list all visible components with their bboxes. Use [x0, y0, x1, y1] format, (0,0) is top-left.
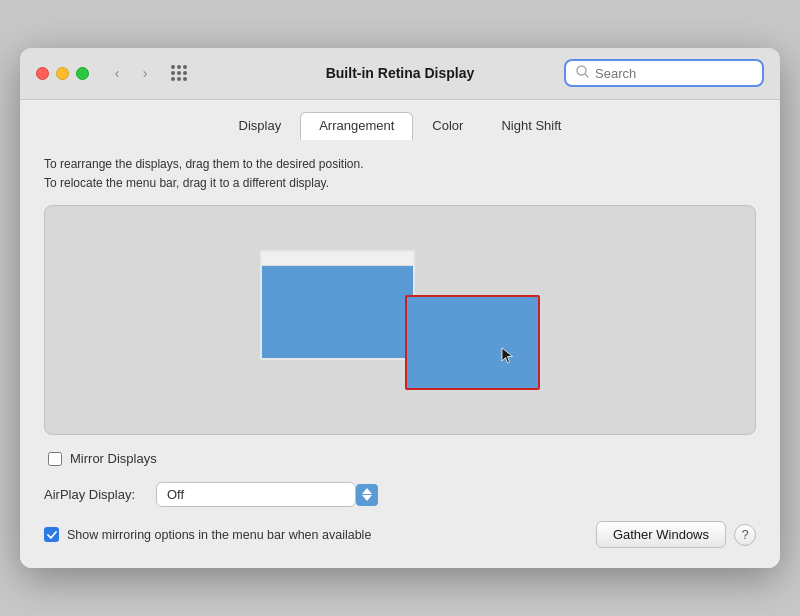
main-content: To rearrange the displays, drag them to … [20, 139, 780, 568]
help-button[interactable]: ? [734, 524, 756, 546]
airplay-select[interactable]: Off [156, 482, 356, 507]
airplay-row: AirPlay Display: Off [44, 482, 756, 507]
tab-color[interactable]: Color [413, 112, 482, 139]
tab-arrangement[interactable]: Arrangement [300, 112, 413, 140]
description: To rearrange the displays, drag them to … [44, 155, 756, 193]
monitor-left-menubar [262, 252, 413, 266]
tab-bar: Display Arrangement Color Night Shift [20, 100, 780, 139]
mirror-displays-checkbox[interactable] [48, 452, 62, 466]
forward-arrow-button[interactable]: › [133, 61, 157, 85]
description-line2: To relocate the menu bar, drag it to a d… [44, 174, 756, 193]
close-button[interactable] [36, 67, 49, 80]
window-title: Built-in Retina Display [326, 65, 475, 81]
back-arrow-button[interactable]: ‹ [105, 61, 129, 85]
mirror-displays-label: Mirror Displays [70, 451, 157, 466]
traffic-lights [36, 67, 89, 80]
monitor-left[interactable] [260, 250, 415, 360]
airplay-select-wrapper[interactable]: Off [156, 482, 378, 507]
forward-icon: › [143, 65, 148, 81]
cursor-icon [500, 346, 516, 370]
bottom-row: Show mirroring options in the menu bar w… [44, 521, 756, 548]
show-mirroring-label: Show mirroring options in the menu bar w… [67, 528, 371, 542]
search-icon [576, 65, 589, 81]
search-box[interactable] [564, 59, 764, 87]
maximize-button[interactable] [76, 67, 89, 80]
monitor-right[interactable] [405, 295, 540, 390]
tab-night-shift[interactable]: Night Shift [482, 112, 580, 139]
app-grid-button[interactable] [171, 65, 187, 81]
mirror-displays-row: Mirror Displays [44, 451, 756, 466]
back-icon: ‹ [115, 65, 120, 81]
grid-icon [171, 65, 187, 81]
display-container [260, 250, 540, 390]
minimize-button[interactable] [56, 67, 69, 80]
show-mirroring-checkbox[interactable] [44, 527, 59, 542]
svg-line-1 [585, 74, 588, 77]
main-window: ‹ › Built-in Retina Display [20, 48, 780, 568]
airplay-select-arrows [356, 484, 378, 506]
nav-arrows: ‹ › [105, 61, 157, 85]
display-arrangement-area [44, 205, 756, 435]
airplay-label: AirPlay Display: [44, 487, 144, 502]
gather-windows-button[interactable]: Gather Windows [596, 521, 726, 548]
tab-display[interactable]: Display [220, 112, 301, 139]
description-line1: To rearrange the displays, drag them to … [44, 155, 756, 174]
titlebar: ‹ › Built-in Retina Display [20, 48, 780, 100]
show-mirroring-row: Show mirroring options in the menu bar w… [44, 527, 371, 542]
right-buttons: Gather Windows ? [596, 521, 756, 548]
search-input[interactable] [595, 66, 752, 81]
